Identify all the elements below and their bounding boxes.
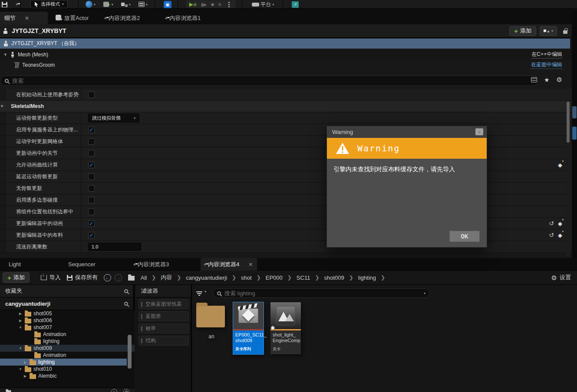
tree-arrow-icon[interactable]: ▼ bbox=[18, 326, 23, 330]
breadcrumb-item[interactable]: shot bbox=[241, 274, 252, 281]
tree-item-shot009[interactable]: ▼shot009 bbox=[0, 345, 135, 352]
eject-icon[interactable]: ≡ bbox=[218, 2, 221, 7]
tab-内容浏览器1[interactable]: 内容浏览器1 bbox=[162, 12, 205, 24]
platform-dropdown[interactable]: 平台 ▾ bbox=[252, 0, 274, 8]
component-row-mesh[interactable]: ▼ Mesh (Mesh) 在C++中编辑 bbox=[0, 49, 572, 60]
add-actor-icon[interactable]: +▾ bbox=[103, 0, 113, 8]
filter-chip-结构[interactable]: 结构 bbox=[138, 336, 189, 346]
edit-in-blueprint-link[interactable]: 在蓝图中编辑 bbox=[531, 61, 562, 69]
layout-icon[interactable]: ▾ bbox=[138, 0, 148, 8]
component-row-groom[interactable]: TeonesGroom 在蓝图中编辑 bbox=[0, 60, 572, 70]
drawer-marker-active[interactable] bbox=[572, 127, 577, 140]
details-scrollbar[interactable] bbox=[566, 89, 570, 256]
reset-to-default-icon[interactable]: ↺ bbox=[549, 220, 554, 227]
reset-to-default-icon[interactable]: ↺ bbox=[549, 232, 554, 238]
breadcrumb-item[interactable]: All bbox=[141, 274, 147, 281]
tree-item-Animation[interactable]: Animation bbox=[0, 331, 135, 338]
breadcrumb-item[interactable]: cangyuantudierji bbox=[186, 274, 227, 281]
asset-tile-shot_light_[interactable]: ✱shot_light_EngineComp关卡 bbox=[270, 302, 301, 354]
breadcrumb-item[interactable]: 内容 bbox=[161, 274, 172, 281]
checkbox[interactable]: ✓ bbox=[88, 127, 95, 133]
expand-arrow-icon[interactable]: ▼ bbox=[3, 52, 7, 57]
dialog-ok-button[interactable]: OK bbox=[449, 231, 480, 242]
asset-tile-EP000_SC11_[interactable]: EP000_SC11_shot009关卡序列 bbox=[233, 302, 264, 354]
tab-放置Actor[interactable]: +放置Actor bbox=[51, 12, 93, 24]
asset-tile-an[interactable]: an bbox=[196, 302, 227, 340]
tree-arrow-icon[interactable]: ▼ bbox=[18, 346, 23, 350]
select-mode-dropdown[interactable]: 选择模式 ▾ bbox=[30, 0, 68, 8]
checkbox[interactable] bbox=[88, 173, 95, 180]
scrollbar-thumb[interactable] bbox=[567, 101, 570, 143]
display-options-icon[interactable] bbox=[531, 77, 537, 82]
tab-细节[interactable]: 细节✕ bbox=[0, 12, 48, 24]
tab-内容浏览器4[interactable]: 内容浏览器4✕ bbox=[201, 258, 257, 271]
search-icon[interactable] bbox=[124, 302, 128, 306]
filter-chip-枚举[interactable]: 枚举 bbox=[138, 323, 189, 333]
tree-item-shot006[interactable]: ▶shot006 bbox=[0, 317, 135, 324]
add-keyframe-icon[interactable]: ◆ bbox=[558, 232, 562, 238]
breadcrumb-item[interactable]: shot009 bbox=[324, 274, 344, 281]
checkbox[interactable] bbox=[88, 138, 95, 145]
tree-item-Alembic[interactable]: ▶Alembic bbox=[0, 372, 135, 379]
dialog-close-button[interactable]: x bbox=[475, 128, 483, 135]
tree-arrow-icon[interactable]: ▶ bbox=[18, 312, 23, 316]
favorites-icon[interactable]: ★ bbox=[544, 77, 550, 83]
add-component-button[interactable]: + 添加 bbox=[509, 26, 536, 36]
checkbox[interactable]: ✓ bbox=[88, 220, 95, 227]
tree-arrow-icon[interactable]: ▶ bbox=[23, 374, 27, 378]
import-button[interactable]: 导入 bbox=[41, 274, 61, 281]
tree-item-shot005[interactable]: ▶shot005 bbox=[0, 310, 135, 317]
checkbox[interactable] bbox=[88, 91, 95, 98]
blueprint-node-button[interactable]: ▾ bbox=[540, 26, 557, 36]
details-search-input[interactable] bbox=[12, 78, 534, 84]
checkbox[interactable] bbox=[88, 150, 95, 157]
add-collection-icon[interactable]: + bbox=[111, 389, 117, 392]
breadcrumb-item[interactable]: EP000 bbox=[266, 274, 283, 281]
checkbox[interactable]: ✓ bbox=[88, 232, 95, 238]
dropdown[interactable]: 跳过模拟骨骼▾ bbox=[88, 114, 139, 122]
checkbox[interactable] bbox=[88, 209, 95, 215]
close-icon[interactable]: ✕ bbox=[248, 261, 253, 268]
tab-内容浏览器2[interactable]: 内容浏览器2 bbox=[101, 12, 144, 24]
edit-in-cpp-link[interactable]: 在C++中编辑 bbox=[531, 51, 562, 59]
tab-Sequencer[interactable]: Sequencer bbox=[61, 258, 100, 271]
dialog-titlebar[interactable]: Warning x bbox=[327, 126, 487, 138]
back-button[interactable]: ← bbox=[104, 274, 111, 281]
favorites-header[interactable]: 收藏夹 bbox=[0, 285, 133, 297]
simulate-play-icon[interactable]: ▶⚙ bbox=[189, 1, 197, 7]
save-icon[interactable] bbox=[2, 0, 7, 8]
tree-item-Animation[interactable]: Animation bbox=[0, 352, 135, 359]
cb-add-button[interactable]: + 添加 bbox=[3, 272, 30, 283]
stop-icon[interactable]: ■ bbox=[211, 2, 214, 7]
tab-内容浏览器3[interactable]: 内容浏览器3 bbox=[130, 258, 173, 271]
property-section-header[interactable]: ▼SkeletalMesh bbox=[0, 101, 572, 112]
details-search-bar[interactable] bbox=[0, 75, 538, 86]
tree-item-lighting[interactable]: ▶lighting bbox=[0, 359, 127, 366]
attach-icon[interactable]: ▾ bbox=[121, 0, 131, 8]
close-icon[interactable]: ✕ bbox=[25, 15, 29, 21]
settings-gear-icon[interactable]: ⚙ bbox=[557, 76, 562, 83]
text-input[interactable]: 1.0 bbox=[88, 243, 141, 251]
add-keyframe-icon[interactable]: ◆ bbox=[558, 162, 562, 168]
chevron-down-icon[interactable]: ▾ bbox=[424, 291, 425, 295]
tree-item-shot007[interactable]: ▼shot007 bbox=[0, 324, 135, 331]
tree-arrow-icon[interactable]: ▼ bbox=[18, 367, 23, 371]
pause-icon[interactable]: ▮▶ bbox=[201, 2, 207, 7]
breadcrumb-item[interactable]: lighting bbox=[358, 274, 376, 281]
add-keyframe-icon[interactable]: ◆ bbox=[558, 220, 562, 227]
checkbox[interactable] bbox=[88, 185, 95, 192]
search-icon[interactable] bbox=[124, 289, 128, 293]
tree-scrollbar[interactable] bbox=[128, 335, 132, 369]
save-all-button[interactable]: 保存所有 bbox=[67, 274, 98, 281]
drawer-marker[interactable] bbox=[572, 106, 577, 118]
forward-button[interactable]: → bbox=[115, 274, 122, 281]
search-collections-icon[interactable] bbox=[123, 389, 129, 392]
checkbox[interactable]: ✓ bbox=[88, 162, 95, 168]
tree-arrow-icon[interactable]: ▶ bbox=[18, 319, 23, 323]
asset-search-bar[interactable]: ▾ bbox=[213, 288, 430, 298]
tree-item-lighting[interactable]: lighting bbox=[0, 338, 135, 345]
filter-chip-蓝图类[interactable]: 蓝图类 bbox=[138, 311, 189, 321]
breadcrumb-item[interactable]: SC11 bbox=[297, 274, 310, 281]
filter-dropdown-button[interactable]: ▾ bbox=[196, 290, 206, 294]
filter-chip-交换蓝图管线基[interactable]: 交换蓝图管线基 bbox=[138, 299, 189, 309]
